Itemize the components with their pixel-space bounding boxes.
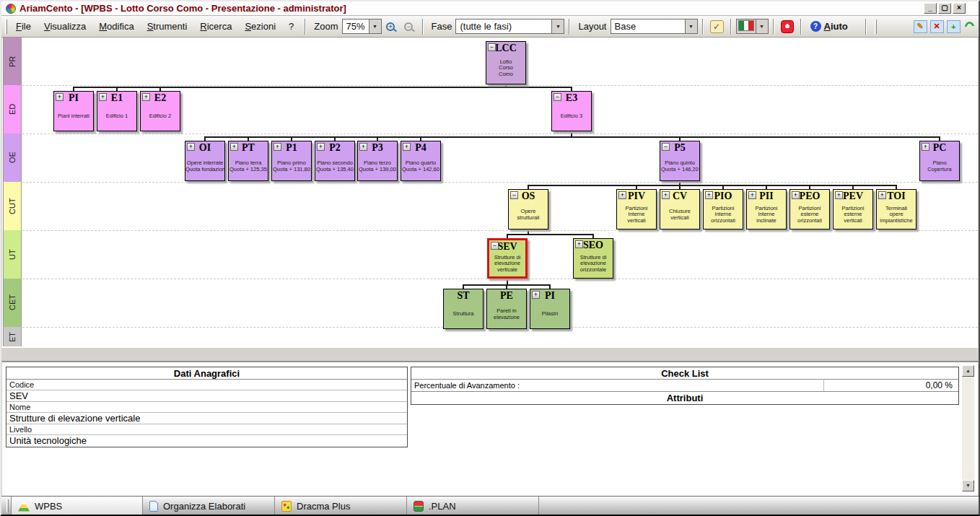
zoom-combobox[interactable]: 75% ▼ [342,19,382,34]
wbs-node-peo[interactable]: +PEOPartizioniesterneorizzontali [789,189,830,229]
expand-button[interactable]: + [748,191,756,199]
chevron-down-icon[interactable]: ▼ [685,19,697,33]
expand-button[interactable]: + [922,143,929,151]
tab-organizza-elaborati[interactable]: Organizza Elaborati [143,497,275,515]
wbs-node-lcc[interactable]: −LCCLottoCorsoComo [486,41,526,84]
toolbar-grip[interactable] [875,19,877,34]
chevron-down-icon[interactable]: ▼ [369,19,381,33]
expand-button[interactable]: + [359,143,367,151]
chevron-down-icon[interactable]: ▼ [756,19,768,33]
wbs-node-pe[interactable]: PEPareti inelevazione [486,289,527,329]
expand-button[interactable]: + [187,143,195,151]
wbs-node-seo[interactable]: +SEOStrutture dielevazioneorizzontale [573,238,613,279]
wbs-node-piv[interactable]: +PIVPartizioniinterneverticali [616,189,657,229]
wbs-node-os[interactable]: −OSOperestrutturali [508,189,548,229]
menu-visualizza[interactable]: Visualizza [38,19,92,33]
wbs-node-sev[interactable]: −SEVStrutture dielevazioneverticale [487,238,528,279]
wbs-node-toi[interactable]: +TOITerminaliopereimpiantistiche [876,189,916,229]
wbs-node-e1[interactable]: +E1Edificio 1 [97,91,137,131]
refresh-icon[interactable] [963,19,976,32]
zoom-in-icon[interactable]: + [384,20,398,33]
horizontal-splitter[interactable] [1,347,979,362]
chevron-down-icon[interactable]: ▼ [551,19,564,33]
wbs-node-p5[interactable]: −P5Piano quintoQuota + 146,20 [660,141,700,181]
band-separator-line [22,134,978,134]
menu-help[interactable]: ? [282,19,300,33]
scroll-up-icon[interactable]: ▲ [962,365,974,377]
wbs-node-e2[interactable]: +E2Edificio 2 [140,91,180,131]
wbs-tree-canvas: −LCCLottoCorsoComo+PIPiani interrati+E1E… [2,38,978,347]
wbs-node-cv[interactable]: +CVChiusureverticali [660,189,700,229]
icon-wpbs [18,501,30,512]
expand-button[interactable]: + [792,191,800,199]
check-list-table: Check List Percentuale di Avanzamento : … [411,367,959,405]
language-combobox[interactable]: ▼ [736,19,769,34]
notes-icon[interactable]: ✓ [710,20,724,33]
expand-button[interactable]: + [575,240,583,248]
wbs-node-p3[interactable]: +P3Piano terzoQuota + 139,00 [357,141,398,181]
close-button[interactable]: × [953,3,966,14]
tabbar-grip[interactable] [6,499,9,512]
expand-button[interactable]: + [705,191,713,199]
node-subtitle-line: Edificio 3 [552,113,591,120]
tab-dracma-plus[interactable]: Dracma Plus [275,497,407,515]
menu-modifica[interactable]: Modifica [92,19,140,33]
expand-button[interactable]: + [403,143,411,151]
app-window: AriamCento - [WPBS - Lotto Corso Como - … [0,0,980,516]
record-icon[interactable] [781,20,794,33]
wbs-node-pio[interactable]: +PIOPartizioniinterneorizzontali [703,189,743,229]
menu-strumenti[interactable]: Strumenti [141,19,194,33]
aiuto-button[interactable]: Aiuto [824,21,848,32]
expand-button[interactable]: + [142,93,150,101]
tab-plan[interactable]: .PLAN [407,497,539,515]
add-icon[interactable]: + [947,20,961,33]
wbs-node-st[interactable]: STStruttura [443,289,484,329]
maximize-button[interactable]: ▢ [938,3,951,14]
toolbar-grip[interactable] [5,19,7,34]
scroll-down-icon[interactable]: ▼ [962,480,974,491]
wbs-node-pc[interactable]: +PCPianoCopertura [919,141,960,181]
menu-ricerca[interactable]: Ricerca [193,19,238,33]
zoom-out-icon[interactable]: − [402,20,416,33]
edit-icon[interactable]: ✎ [914,20,927,33]
collapse-button[interactable]: − [488,43,496,51]
wbs-node-pt[interactable]: +PTPiano terraQuota + 125,35 [228,141,268,181]
tab-wpbs[interactable]: WPBS [11,497,143,515]
wbs-node-pi2[interactable]: +PIPilastri [530,289,570,329]
expand-button[interactable]: + [532,291,540,299]
delete-icon[interactable]: ✕ [930,20,944,33]
collapse-button[interactable]: − [491,242,499,250]
menu-sezioni[interactable]: Sezioni [238,19,282,33]
minimize-button[interactable]: _ [924,3,937,14]
wbs-node-pi1[interactable]: +PIPiani interrati [53,91,94,131]
layout-combobox[interactable]: Base ▼ [611,19,698,34]
expand-button[interactable]: + [317,143,325,151]
help-icon[interactable]: ? [810,21,821,32]
vertical-scrollbar[interactable]: ▲ ▼ [962,365,974,491]
expand-button[interactable]: + [878,191,886,199]
menu-file[interactable]: File [9,19,38,33]
wbs-node-pii[interactable]: +PIIPartizioniinterneinclinate [746,189,787,229]
tab-label: Organizza Elaborati [163,501,245,512]
expand-button[interactable]: + [662,191,670,199]
check-list-title: Check List [411,367,958,380]
wbs-node-p4[interactable]: +P4Piano quartoQuota + 142,60 [401,141,441,181]
wbs-node-e3[interactable]: −E3Edificio 3 [551,91,592,131]
wbs-node-oi[interactable]: +OIOpere interrateQuota fondazione [185,141,225,181]
expand-button[interactable]: + [274,143,281,151]
wbs-node-pev[interactable]: +PEVPartizioniesterneverticali [833,189,873,229]
toolbar-separator [422,19,424,35]
wbs-node-p2[interactable]: +P2Piano secondoQuota + 135,40 [315,141,355,181]
expand-button[interactable]: + [618,191,626,199]
expand-button[interactable]: + [99,93,107,101]
expand-button[interactable]: + [56,93,64,101]
expand-button[interactable]: + [230,143,238,151]
collapse-button[interactable]: − [662,143,670,151]
layout-value: Base [611,21,685,32]
expand-button[interactable]: + [835,191,843,199]
collapse-button[interactable]: − [510,191,518,199]
fase-combobox[interactable]: (tutte le fasi) ▼ [455,19,564,34]
node-subtitle-line: impiantistiche [877,218,916,224]
collapse-button[interactable]: − [554,93,561,101]
wbs-node-p1[interactable]: +P1Piano primoQuota + 131,80 [271,141,312,181]
